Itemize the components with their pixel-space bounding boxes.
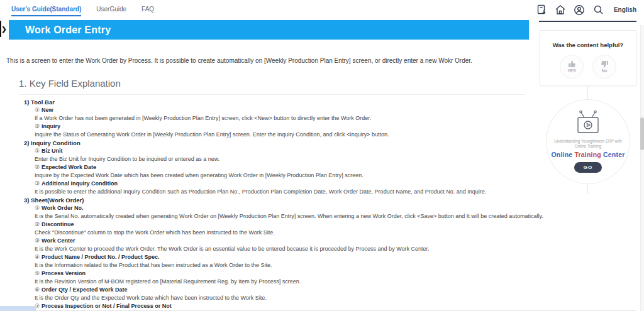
circled-number: ④ — [35, 254, 40, 260]
circled-number: ① — [35, 205, 40, 211]
item-label: ③Work Center — [35, 237, 531, 245]
sidebar-expand-toggle[interactable]: ❯ — [0, 21, 7, 37]
item-description: It is the Order Qty and the Expected Wor… — [35, 294, 531, 302]
online-training-center-title: Online Training Center — [547, 151, 630, 158]
language-selector[interactable]: English — [614, 6, 636, 13]
home-icon[interactable] — [555, 4, 567, 16]
page-banner: Work Order Entry — [9, 20, 529, 40]
feedback-card: Was the content helpful? YES No — [540, 30, 636, 86]
item-description: It is the Information related to the Pro… — [35, 261, 531, 270]
document-download-icon[interactable] — [536, 4, 548, 16]
top-navigation: User's Guide(Standard) UserGuide FAQ Eng… — [0, 0, 644, 21]
item-label: ②Discontinue — [35, 221, 531, 229]
item-label: ④Product Name / Product No. / Product Sp… — [35, 253, 531, 261]
item-description: It is possible to enter the additional I… — [35, 188, 531, 196]
circled-number: ③ — [35, 237, 40, 244]
circled-number: ② — [35, 123, 40, 129]
search-icon[interactable] — [592, 4, 604, 16]
item-description: It is the Work Center to proceed the Wor… — [35, 245, 531, 253]
circled-number: ② — [35, 164, 40, 170]
item-label: ①New — [35, 106, 531, 114]
connector-line — [587, 86, 588, 100]
horizontal-scrollbar-thumb[interactable] — [0, 306, 36, 311]
key-field-explanation-list: 1) Tool Bar ①New If a Work Order has not… — [0, 95, 531, 310]
item-label: ②Inquiry — [35, 123, 531, 131]
feedback-no-button[interactable]: No — [592, 55, 616, 79]
group-head-inquiry-condition: 2) Inquiry Condition — [24, 139, 531, 147]
help-tabs: User's Guide(Standard) UserGuide FAQ — [11, 6, 154, 16]
circled-number: ⑤ — [35, 270, 40, 276]
item-label: ⑤Process Version — [35, 270, 531, 278]
feedback-no-label: No — [602, 68, 607, 73]
intro-paragraph: This is a screen to enter the Work Order… — [0, 40, 531, 64]
item-description: It is the Serial No. automatically creat… — [35, 212, 531, 221]
page-title: Work Order Entry — [9, 25, 111, 36]
video-training-icon — [547, 110, 630, 138]
go-button[interactable]: GO — [574, 162, 602, 173]
circled-number: ③ — [35, 180, 40, 187]
tab-userguide[interactable]: UserGuide — [96, 6, 126, 16]
nav-divider — [539, 21, 636, 22]
profile-icon[interactable] — [574, 4, 586, 16]
item-label: ⑥Order Qty / Expected Work Date — [35, 286, 531, 294]
thumbs-up-icon — [568, 60, 576, 68]
item-description: If a Work Order has not been generated i… — [35, 114, 531, 123]
item-label: ⑦Process Inspection or Not / Final Proce… — [35, 302, 531, 310]
main-content: This is a screen to enter the Work Order… — [0, 40, 531, 310]
item-description: Check "Discontinue" column to stop the W… — [35, 229, 531, 237]
circled-number: ② — [35, 221, 40, 227]
item-description: Inquire the Status of Generating Work Or… — [35, 131, 531, 139]
section-title: 1. Key Field Explanation — [0, 64, 531, 89]
item-label: ①Work Order No. — [35, 204, 531, 212]
item-label: ①Biz Unit — [35, 147, 531, 155]
item-label: ③Additional Inquiry Condition — [35, 180, 531, 188]
item-label: ②Expected Work Date — [35, 163, 531, 172]
training-tagline: Understanding Younglimwon ERP with Onlin… — [547, 139, 630, 149]
circled-number: ① — [35, 107, 40, 113]
item-description: Inquire by the Expected Work Date which … — [35, 172, 531, 180]
thumbs-down-icon — [601, 60, 609, 68]
tab-users-guide-standard[interactable]: User's Guide(Standard) — [11, 6, 81, 16]
group-head-sheet-work-order: 3) Sheet(Work Order) — [24, 196, 531, 204]
vertical-scrollbar-track[interactable] — [640, 25, 644, 311]
item-description: It is the Revision Version of M-BOM regi… — [35, 278, 531, 286]
feedback-yes-button[interactable]: YES — [560, 55, 584, 79]
feedback-yes-label: YES — [567, 68, 575, 73]
vertical-scrollbar-thumb[interactable] — [640, 117, 644, 150]
circled-number: ① — [35, 148, 40, 154]
feedback-question: Was the content helpful? — [540, 41, 636, 48]
circled-number: ⑥ — [35, 286, 40, 293]
connector-line — [587, 184, 588, 194]
group-head-tool-bar: 1) Tool Bar — [24, 98, 531, 106]
item-description: Enter the Biz Unit for Inquiry Condition… — [35, 155, 531, 163]
tab-faq[interactable]: FAQ — [142, 6, 154, 16]
online-training-widget: Understanding Younglimwon ERP with Onlin… — [546, 99, 630, 184]
